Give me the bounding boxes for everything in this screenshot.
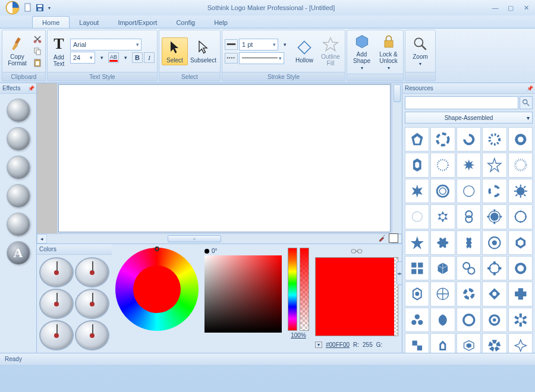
shape-item[interactable] (405, 333, 429, 353)
link-colors-button[interactable] (351, 248, 363, 256)
shape-item[interactable] (457, 256, 481, 280)
shape-item[interactable] (508, 308, 533, 332)
vertical-scrollbar[interactable] (392, 83, 402, 233)
hollow-button[interactable]: Hollow (292, 37, 316, 65)
shape-item[interactable] (405, 153, 429, 177)
shape-item[interactable] (430, 179, 455, 203)
stroke-width-dropdown[interactable]: ▾ (279, 39, 290, 50)
shape-item[interactable] (482, 256, 506, 280)
bold-button[interactable]: B (132, 52, 143, 63)
italic-button[interactable]: I (144, 52, 155, 63)
font-size-combo[interactable]: 24 (70, 52, 95, 64)
shape-item[interactable] (457, 204, 481, 229)
shape-item[interactable] (457, 230, 481, 255)
tab-import-export[interactable]: Import/Export (108, 17, 166, 28)
shape-item[interactable] (405, 230, 429, 255)
shape-item[interactable] (482, 333, 506, 353)
tab-config[interactable]: Config (166, 17, 204, 28)
hue-slider[interactable] (288, 248, 297, 331)
save-button[interactable] (34, 2, 45, 13)
shape-item[interactable] (405, 282, 429, 306)
shape-item[interactable] (457, 333, 481, 353)
font-color-button[interactable]: AB (108, 52, 119, 63)
font-color-dropdown[interactable]: ▾ (120, 52, 131, 63)
effect-preset-3[interactable] (7, 156, 30, 179)
alpha-slider[interactable] (300, 248, 309, 331)
shape-item[interactable] (508, 127, 533, 151)
outline-fill-button[interactable]: Outline Fill (319, 34, 342, 68)
shape-item[interactable] (430, 230, 455, 255)
eyedropper-button[interactable] (378, 233, 386, 243)
add-text-button[interactable]: T Add Text (50, 33, 68, 69)
font-family-combo[interactable]: Arial (70, 39, 141, 50)
color-dial-3[interactable] (39, 289, 74, 319)
cut-button[interactable] (32, 34, 43, 45)
pin-icon[interactable]: 📌 (527, 86, 533, 91)
panel-collapse-handle[interactable]: ◂▸ (396, 261, 402, 285)
effect-preset-5[interactable] (7, 213, 30, 236)
pin-icon[interactable]: 📌 (28, 86, 34, 91)
color-dial-4[interactable] (75, 289, 109, 319)
shape-item[interactable] (508, 204, 533, 229)
shape-item[interactable] (482, 230, 506, 255)
shape-item[interactable] (430, 256, 455, 280)
new-doc-button[interactable] (23, 2, 33, 13)
shape-item[interactable] (457, 153, 481, 177)
stroke-style-combo[interactable] (239, 52, 284, 64)
close-button[interactable]: ✕ (521, 4, 531, 12)
select-tool-button[interactable]: Select (162, 37, 188, 65)
shape-item[interactable] (482, 127, 506, 151)
shape-item[interactable] (430, 127, 455, 151)
canvas[interactable] (58, 84, 391, 232)
add-shape-button[interactable]: Add Shape▾ (350, 31, 374, 72)
saturation-value-picker[interactable] (204, 255, 282, 333)
shape-item[interactable] (430, 333, 455, 353)
resources-category-combo[interactable]: Shape-Assembled (405, 112, 533, 124)
shape-item[interactable] (405, 308, 429, 332)
shape-item[interactable] (405, 127, 429, 151)
shape-item[interactable] (430, 308, 455, 332)
copy-format-button[interactable]: Copy Format (5, 34, 30, 68)
shape-item[interactable] (457, 127, 481, 151)
shape-item[interactable] (508, 153, 533, 177)
shape-item[interactable] (482, 153, 506, 177)
color-preview-swatch[interactable] (315, 257, 398, 336)
effect-preset-text[interactable]: A (7, 241, 30, 265)
color-dial-5[interactable] (39, 320, 74, 350)
shape-item[interactable] (482, 282, 506, 306)
effect-preset-1[interactable] (7, 99, 30, 122)
shape-item[interactable] (482, 204, 506, 229)
maximize-button[interactable]: ▢ (505, 4, 516, 12)
shape-item[interactable] (405, 204, 429, 229)
font-size-dropdown[interactable]: ▾ (96, 52, 107, 63)
color-dial-6[interactable] (75, 320, 109, 350)
hex-readout[interactable]: #00FF00 (326, 342, 350, 348)
qat-dropdown[interactable]: ▾ (46, 2, 52, 13)
shape-item[interactable] (457, 179, 481, 203)
effect-preset-4[interactable] (7, 184, 30, 208)
stroke-width-combo[interactable]: 1 pt (239, 39, 278, 50)
shape-item[interactable] (508, 179, 533, 203)
color-wheel[interactable] (115, 248, 199, 331)
paste-button[interactable] (32, 58, 43, 68)
copy-button[interactable] (32, 46, 43, 56)
swatch-dropdown[interactable]: ▾ (315, 342, 322, 348)
stroke-dash-button[interactable] (225, 53, 238, 64)
tab-home[interactable]: Home (32, 16, 70, 28)
shape-item[interactable] (405, 256, 429, 280)
lock-unlock-button[interactable]: Lock & Unlock▾ (376, 31, 401, 72)
color-dial-2[interactable] (75, 257, 109, 287)
shape-item[interactable] (482, 179, 506, 203)
tab-help[interactable]: Help (204, 17, 237, 28)
shape-item[interactable] (430, 153, 455, 177)
shape-item[interactable] (508, 256, 533, 280)
shape-item[interactable] (430, 282, 455, 306)
resources-search-button[interactable] (520, 96, 533, 109)
color-dial-1[interactable] (39, 257, 74, 287)
subselect-tool-button[interactable]: Subselect (190, 37, 216, 65)
current-color-swatch[interactable] (389, 233, 398, 243)
shape-item[interactable] (430, 204, 455, 229)
shape-item[interactable] (457, 308, 481, 332)
stroke-cap-button[interactable] (225, 39, 238, 50)
minimize-button[interactable]: — (490, 4, 501, 12)
